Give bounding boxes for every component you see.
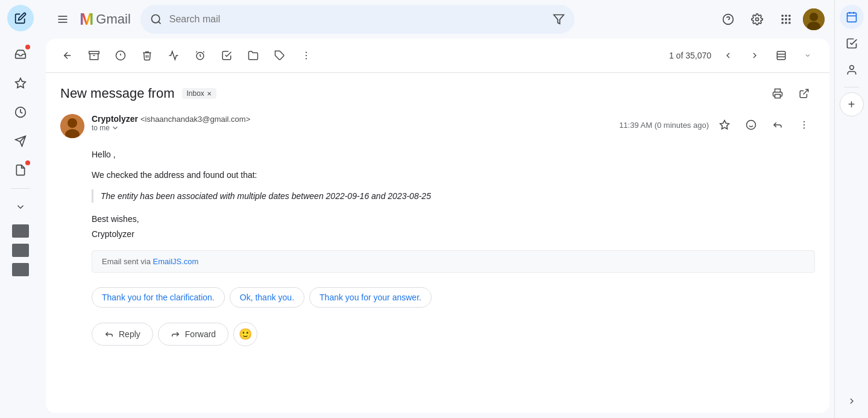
prev-email-button[interactable] [716,43,740,68]
reply-message-button[interactable] [767,114,788,136]
labels-button[interactable] [268,43,292,68]
email-area: 1 of 35,070 [46,39,829,413]
topbar: M Gmail [41,0,834,39]
layout-dropdown-button[interactable] [796,43,820,68]
svg-marker-0 [16,78,26,88]
svg-rect-15 [788,15,790,17]
svg-point-35 [306,58,307,59]
sidebar-label-3[interactable] [12,263,29,276]
sidebar-label-1[interactable] [12,224,29,238]
svg-rect-14 [785,15,787,17]
mark-unread-button[interactable] [162,43,186,68]
svg-line-8 [159,22,161,24]
sidebar-item-drafts[interactable] [7,157,34,183]
svg-point-23 [810,13,818,21]
more-message-button[interactable] [793,114,815,136]
right-panel-tasks[interactable] [840,31,864,55]
svg-point-12 [756,18,759,21]
svg-point-48 [804,121,805,122]
print-button[interactable] [767,83,788,104]
sender-email: <ishaanchandak3@gmail.com> [140,115,250,124]
svg-point-55 [849,66,854,70]
archive-button[interactable] [82,43,106,68]
inbox-badge-remove[interactable]: ✕ [207,90,212,97]
user-avatar[interactable] [803,8,825,30]
email-subject-row: New message from Inbox ✕ [60,73,815,109]
layout-button[interactable] [769,43,793,68]
message-body-intro: We checked the address and found out tha… [92,168,815,182]
svg-rect-36 [777,51,785,60]
email-footer-banner: Email sent via EmailJS.com [92,250,815,273]
email-toolbar: 1 of 35,070 [46,39,829,73]
emoji-react-button[interactable] [740,114,762,136]
message-time-section: 11:39 AM (0 minutes ago) [619,114,815,136]
spam-button[interactable] [108,43,133,68]
sidebar-item-snoozed[interactable] [7,99,34,125]
m-icon: M [80,11,93,28]
svg-line-40 [804,89,808,94]
right-panel-divider [844,87,859,87]
svg-point-42 [68,118,77,128]
smart-reply-1[interactable]: Thank you for the clarification. [92,287,225,308]
svg-rect-16 [782,18,784,20]
search-icon [150,13,162,25]
sidebar-label-2[interactable] [12,244,29,257]
right-panel-expand[interactable] [840,389,864,413]
svg-rect-17 [785,18,787,20]
back-button[interactable] [55,43,80,68]
compose-button[interactable] [7,5,34,31]
sidebar-item-starred[interactable] [7,70,34,97]
svg-rect-18 [788,18,790,20]
svg-marker-9 [553,15,564,24]
emoji-button[interactable]: 🙂 [233,322,257,346]
smart-replies: Thank you for the clarification. Ok, tha… [92,287,815,308]
sidebar-more-button[interactable] [7,194,34,220]
emailjs-link[interactable]: EmailJS.com [153,257,199,266]
settings-button[interactable] [745,7,769,31]
apps-button[interactable] [774,7,798,31]
email-subject-actions [767,83,815,104]
main-content: M Gmail [41,0,834,418]
next-email-button[interactable] [743,43,767,68]
message-body: Hello , We checked the address and found… [92,148,815,241]
open-new-window-button[interactable] [793,83,815,104]
inbox-badge-label: Inbox ✕ [182,88,216,99]
svg-rect-26 [89,51,99,54]
svg-rect-20 [785,22,787,24]
search-input[interactable] [169,14,546,25]
hamburger-button[interactable] [51,7,75,31]
forward-icon [171,329,180,339]
svg-rect-19 [782,22,784,24]
message-header: Cryptolyzer <ishaanchandak3@gmail.com> t… [60,114,815,138]
snooze-button[interactable] [188,43,212,68]
chevron-down-icon[interactable] [111,124,119,132]
reply-button[interactable]: Reply [92,323,153,346]
gmail-text: Gmail [96,11,130,27]
add-tasks-button[interactable] [215,43,239,68]
move-button[interactable] [241,43,265,68]
svg-point-49 [804,124,805,125]
right-panel-calendar[interactable] [840,5,864,29]
smart-reply-2[interactable]: Ok, thank you. [230,287,304,308]
forward-label: Forward [185,329,216,339]
sender-avatar [60,114,84,138]
svg-rect-51 [847,13,856,22]
more-toolbar-button[interactable] [294,43,318,68]
star-button[interactable] [714,114,735,136]
inbox-badge [25,45,30,49]
right-panel-add-button[interactable]: + [840,92,864,116]
right-panel-contacts[interactable] [840,58,864,82]
topbar-right [716,7,825,31]
delete-button[interactable] [135,43,159,68]
message-blockquote: The entity has been associated with mult… [92,189,815,203]
sidebar-item-sent[interactable] [7,128,34,154]
message-closing: Best wishes, [92,212,815,226]
svg-point-34 [306,55,307,56]
sender-to-text: to me [92,124,110,132]
smart-reply-3[interactable]: Thank you for your answer. [309,287,432,308]
forward-button[interactable]: Forward [158,323,228,346]
filter-icon[interactable] [553,13,565,25]
sidebar-item-inbox[interactable] [7,41,34,68]
search-bar [140,5,574,34]
help-button[interactable] [716,7,740,31]
